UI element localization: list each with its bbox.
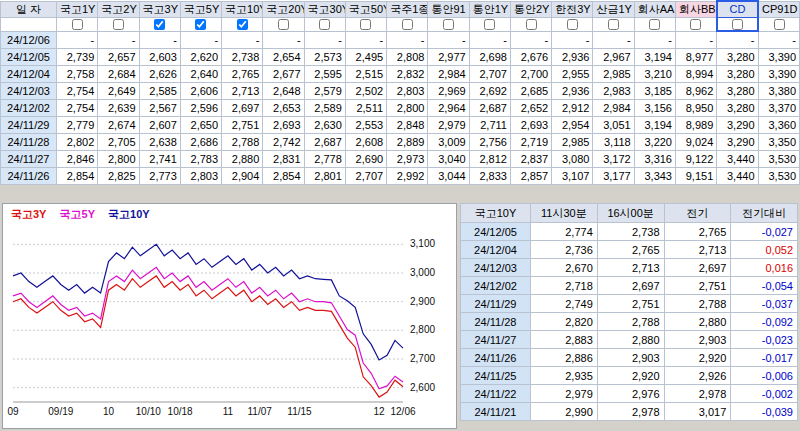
column-checkbox-국고5Y[interactable] xyxy=(195,19,206,30)
value-cell: - xyxy=(139,31,180,48)
series-line-국고5Y xyxy=(13,267,403,389)
column-checkbox-CD[interactable] xyxy=(732,19,743,30)
column-header-국고5Y[interactable]: 국고5Y xyxy=(180,1,221,17)
date-cell: 24/12/03 xyxy=(461,259,531,277)
value-cell: 2,585 xyxy=(139,82,180,99)
column-header-한전3Y[interactable]: 한전3Y xyxy=(552,1,593,17)
x-axis-label: 10/18 xyxy=(168,406,193,417)
table-row: 24/11/282,8022,7052,6382,6862,7882,7422,… xyxy=(1,133,800,150)
yield-table: 일 자국고1Y국고2Y국고3Y국고5Y국고10Y국고20Y국고30Y국고50Y국… xyxy=(0,0,800,185)
value-cell: 2,595 xyxy=(304,65,345,82)
column-checkbox-산금1Y[interactable] xyxy=(608,19,619,30)
column-header-CP91D[interactable]: CP91D xyxy=(758,1,799,17)
column-checkbox-통안1Y[interactable] xyxy=(484,19,495,30)
value-cell: 2,685 xyxy=(510,82,551,99)
value-cell: 8,977 xyxy=(675,48,716,65)
x-axis-label: 11/07 xyxy=(248,406,273,417)
value-cell: 3,316 xyxy=(634,150,675,167)
value-cell: 3,107 xyxy=(552,167,593,184)
value-cell: 3,210 xyxy=(634,65,675,82)
column-header-통안2Y[interactable]: 통안2Y xyxy=(510,1,551,17)
intraday-table: 국고10Y11시30분16시00분전기전기대비 24/12/052,7742,7… xyxy=(460,203,798,421)
value-cell-1130: 2,670 xyxy=(531,259,598,277)
value-cell: 8,962 xyxy=(675,82,716,99)
column-header-국고3Y[interactable]: 국고3Y xyxy=(139,1,180,17)
column-checkbox-국고2Y[interactable] xyxy=(113,19,124,30)
value-cell-prev: 2,697 xyxy=(664,259,731,277)
column-checkbox-국고20Y[interactable] xyxy=(278,19,289,30)
value-cell: - xyxy=(634,31,675,48)
column-header-국고20Y[interactable]: 국고20Y xyxy=(263,1,304,17)
value-cell: - xyxy=(222,31,263,48)
column-header-국고10Y[interactable]: 국고10Y xyxy=(222,1,263,17)
column-checkbox-국고3Y[interactable] xyxy=(154,19,165,30)
value-cell: 2,773 xyxy=(139,167,180,184)
date-cell: 24/11/26 xyxy=(461,349,531,367)
x-axis-label: 09/19 xyxy=(48,406,73,417)
value-cell: 2,652 xyxy=(510,99,551,116)
column-checkbox-통안2Y[interactable] xyxy=(526,19,537,30)
column-header-통안1Y[interactable]: 통안1Y xyxy=(469,1,510,17)
value-cell: 2,686 xyxy=(180,133,221,150)
value-cell: 2,579 xyxy=(304,82,345,99)
value-cell: - xyxy=(510,31,551,48)
value-cell-prev: 2,751 xyxy=(664,277,731,295)
value-cell: 2,984 xyxy=(428,65,469,82)
value-cell-1130: 2,774 xyxy=(531,223,598,241)
column-header-국고1Y[interactable]: 국고1Y xyxy=(57,1,98,17)
column-header-통안91[interactable]: 통안91 xyxy=(428,1,469,17)
value-cell: 2,684 xyxy=(98,65,139,82)
column-header-국고30Y[interactable]: 국고30Y xyxy=(304,1,345,17)
change-cell: -0,017 xyxy=(731,349,798,367)
column-checkbox-국고30Y[interactable] xyxy=(319,19,330,30)
value-cell: 2,693 xyxy=(263,116,304,133)
value-cell: 2,711 xyxy=(469,116,510,133)
date-cell: 24/12/02 xyxy=(1,99,57,116)
value-cell-1130: 2,749 xyxy=(531,295,598,313)
column-header-회사BBB-[interactable]: 회사BBB- xyxy=(675,1,716,17)
table-row: 24/11/282,8202,7882,880-0,092 xyxy=(461,313,798,331)
column-checkbox-국고50Y[interactable] xyxy=(360,19,371,30)
column-checkbox-국주1종[interactable] xyxy=(402,19,413,30)
intraday-column-header: 11시30분 xyxy=(531,204,598,223)
value-cell: - xyxy=(263,31,304,48)
column-header-date[interactable]: 일 자 xyxy=(1,1,57,17)
column-header-회사AA-[interactable]: 회사AA- xyxy=(634,1,675,17)
value-cell: 2,967 xyxy=(593,48,634,65)
value-cell: 2,765 xyxy=(222,65,263,82)
column-header-CD[interactable]: CD xyxy=(717,1,758,17)
value-cell: 3,343 xyxy=(634,167,675,184)
column-checkbox-회사AA-[interactable] xyxy=(649,19,660,30)
checkbox-cell xyxy=(510,17,551,31)
column-header-산금1Y[interactable]: 산금1Y xyxy=(593,1,634,17)
column-checkbox-국고1Y[interactable] xyxy=(72,19,83,30)
column-checkbox-통안91[interactable] xyxy=(443,19,454,30)
value-cell: - xyxy=(345,31,386,48)
column-header-row: 일 자국고1Y국고2Y국고3Y국고5Y국고10Y국고20Y국고30Y국고50Y국… xyxy=(1,1,800,17)
column-checkbox-회사BBB-[interactable] xyxy=(690,19,701,30)
value-cell: 3,194 xyxy=(634,48,675,65)
table-row: 24/12/042,7362,7652,7130,052 xyxy=(461,241,798,259)
x-axis-label: 12/06 xyxy=(390,406,415,417)
x-axis-label: 11 xyxy=(223,406,234,417)
value-cell-1600: 2,713 xyxy=(597,259,664,277)
column-checkbox-CP91D[interactable] xyxy=(774,19,785,30)
column-header-국주1종[interactable]: 국주1종 xyxy=(387,1,428,17)
value-cell: 3,440 xyxy=(717,150,758,167)
value-cell: - xyxy=(552,31,593,48)
date-cell: 24/11/26 xyxy=(1,167,57,184)
yield-table-head: 일 자국고1Y국고2Y국고3Y국고5Y국고10Y국고20Y국고30Y국고50Y국… xyxy=(1,1,800,31)
column-checkbox-국고10Y[interactable] xyxy=(237,19,248,30)
date-cell: 24/11/28 xyxy=(1,133,57,150)
value-cell: - xyxy=(98,31,139,48)
y-axis-label: 2,900 xyxy=(410,296,435,307)
value-cell-1130: 2,979 xyxy=(531,385,598,403)
column-checkbox-한전3Y[interactable] xyxy=(567,19,578,30)
value-cell-prev: 3,017 xyxy=(664,403,731,421)
value-cell-1600: 2,880 xyxy=(597,331,664,349)
column-header-국고50Y[interactable]: 국고50Y xyxy=(345,1,386,17)
value-cell: 2,690 xyxy=(345,150,386,167)
value-cell: 2,788 xyxy=(222,133,263,150)
value-cell: 2,502 xyxy=(345,82,386,99)
column-header-국고2Y[interactable]: 국고2Y xyxy=(98,1,139,17)
